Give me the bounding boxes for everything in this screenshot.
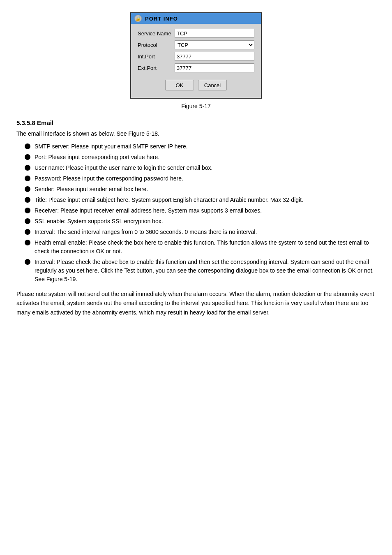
int-port-label: Int.Port xyxy=(138,53,175,60)
list-item: Title: Please input email subject here. … xyxy=(16,196,376,204)
bullet-dot xyxy=(25,208,30,213)
service-name-input[interactable] xyxy=(175,29,254,38)
dialog-buttons: OK Cancel xyxy=(138,75,254,95)
list-item: SSL enable: System supports SSL encrypti… xyxy=(16,217,376,226)
bullet-dot xyxy=(25,229,30,235)
bullet-text: User name: Please input the user name to… xyxy=(35,164,376,172)
bullet-dot xyxy=(25,165,30,171)
list-item: Interval: The send interval ranges from … xyxy=(16,228,376,236)
bullet-text: Title: Please input email subject here. … xyxy=(35,196,376,204)
service-name-label: Service Name xyxy=(138,30,175,37)
icon-label: 🔒 xyxy=(135,16,141,21)
figure-caption: Figure 5-17 xyxy=(16,103,376,109)
bullet-dot xyxy=(25,143,30,149)
list-item: Interval: Please check the above box to … xyxy=(16,258,376,284)
dialog-titlebar: 🔒 PORT INFO xyxy=(131,13,261,24)
protocol-row: Protocol TCP UDP xyxy=(138,40,254,49)
dialog-icon: 🔒 xyxy=(134,15,142,22)
dialog-container: 🔒 PORT INFO Service Name Protocol TCP UD… xyxy=(16,12,376,99)
list-item: Port: Please input corresponding port va… xyxy=(16,153,376,162)
service-name-row: Service Name xyxy=(138,29,254,38)
ext-port-input[interactable] xyxy=(175,63,254,72)
bullet-dot xyxy=(25,197,30,203)
list-item: Sender: Please input sender email box he… xyxy=(16,185,376,194)
bullet-list: SMTP server: Please input your email SMT… xyxy=(16,142,376,284)
list-item: Password: Please input the corresponding… xyxy=(16,174,376,183)
dialog-title: PORT INFO xyxy=(145,16,178,22)
bullet-dot xyxy=(25,259,30,265)
section-paragraph: Please note system will not send out the… xyxy=(16,289,376,317)
list-item: Receiver: Please input receiver email ad… xyxy=(16,206,376,215)
section-heading: 5.3.5.8 Email xyxy=(16,119,376,126)
dialog-body: Service Name Protocol TCP UDP Int.Port E… xyxy=(131,24,261,98)
bullet-dot xyxy=(25,186,30,192)
ok-button[interactable]: OK xyxy=(165,80,194,90)
section-intro: The email interface is shown as below. S… xyxy=(16,130,376,138)
protocol-label: Protocol xyxy=(138,42,175,48)
bullet-dot xyxy=(25,176,30,181)
bullet-text: Password: Please input the corresponding… xyxy=(35,174,376,183)
bullet-text: Interval: The send interval ranges from … xyxy=(35,228,376,236)
port-info-dialog: 🔒 PORT INFO Service Name Protocol TCP UD… xyxy=(130,12,262,99)
bullet-text: Health email enable: Please check the bo… xyxy=(35,238,376,256)
int-port-row: Int.Port xyxy=(138,52,254,61)
bullet-dot xyxy=(25,154,30,160)
bullet-text: Receiver: Please input receiver email ad… xyxy=(35,206,376,215)
ext-port-label: Ext.Port xyxy=(138,65,175,71)
bullet-text: SMTP server: Please input your email SMT… xyxy=(35,142,376,151)
bullet-dot xyxy=(25,240,30,245)
bullet-dot xyxy=(25,218,30,224)
list-item: SMTP server: Please input your email SMT… xyxy=(16,142,376,151)
bullet-text: SSL enable: System supports SSL encrypti… xyxy=(35,217,376,226)
bullet-text: Port: Please input corresponding port va… xyxy=(35,153,376,162)
bullet-text: Sender: Please input sender email box he… xyxy=(35,185,376,194)
int-port-input[interactable] xyxy=(175,52,254,61)
list-item: Health email enable: Please check the bo… xyxy=(16,238,376,256)
list-item: User name: Please input the user name to… xyxy=(16,164,376,172)
cancel-button[interactable]: Cancel xyxy=(198,80,227,90)
ext-port-row: Ext.Port xyxy=(138,63,254,72)
protocol-select[interactable]: TCP UDP xyxy=(175,40,254,49)
bullet-text: Interval: Please check the above box to … xyxy=(35,258,376,284)
